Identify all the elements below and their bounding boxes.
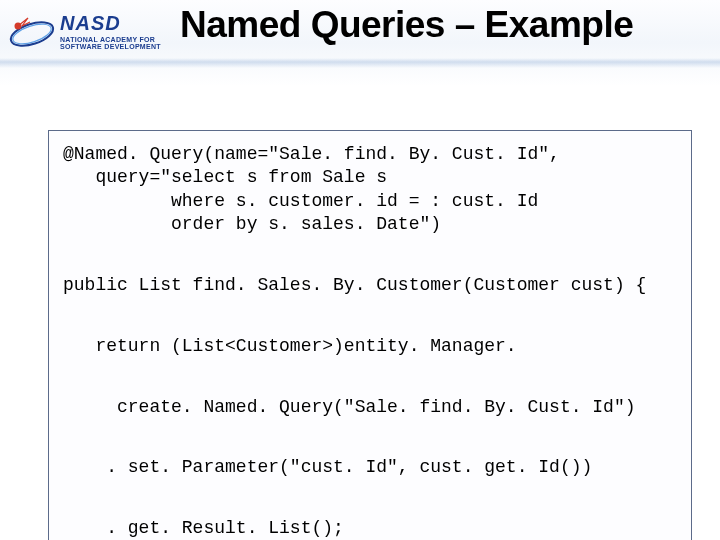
header-underline [0, 58, 720, 68]
code-example-box: @Named. Query(name="Sale. find. By. Cust… [48, 130, 692, 540]
code-line: order by s. sales. Date") [63, 214, 441, 234]
header: NASD NATIONAL ACADEMY FOR SOFTWARE DEVEL… [0, 0, 720, 78]
code-line: create. Named. Query("Sale. find. By. Cu… [63, 397, 636, 417]
logo-sub-line1: NATIONAL ACADEMY FOR [60, 36, 155, 43]
logo-nasd: NASD NATIONAL ACADEMY FOR SOFTWARE DEVEL… [8, 6, 168, 56]
code-line: . get. Result. List(); [63, 518, 344, 538]
code-line: @Named. Query(name="Sale. find. By. Cust… [63, 144, 560, 164]
logo-swoosh-icon [8, 8, 56, 56]
logo-sub-line2: SOFTWARE DEVELOPMENT [60, 43, 161, 50]
code-line: where s. customer. id = : cust. Id [63, 191, 538, 211]
page-title: Named Queries – Example [180, 4, 710, 46]
slide: NASD NATIONAL ACADEMY FOR SOFTWARE DEVEL… [0, 0, 720, 540]
code-line: query="select s from Sale s [63, 167, 387, 187]
code-line: return (List<Customer>)entity. Manager. [63, 336, 517, 356]
code-line: . set. Parameter("cust. Id", cust. get. … [63, 457, 592, 477]
logo-text-main: NASD [60, 12, 121, 35]
code-line: public List find. Sales. By. Customer(Cu… [63, 275, 646, 295]
logo-text-sub: NATIONAL ACADEMY FOR SOFTWARE DEVELOPMEN… [60, 36, 161, 50]
